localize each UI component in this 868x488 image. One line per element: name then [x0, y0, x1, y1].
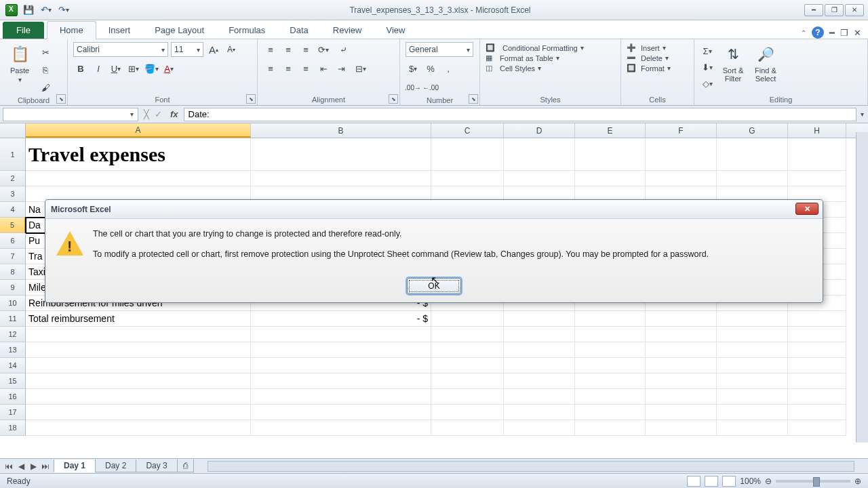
cell[interactable]	[788, 358, 846, 373]
row-header[interactable]: 3	[0, 186, 26, 202]
restore-button[interactable]: ❐	[825, 4, 844, 16]
cell[interactable]: Travel expenses	[26, 138, 251, 171]
cell[interactable]	[26, 405, 251, 420]
cell[interactable]	[251, 405, 431, 420]
cell[interactable]	[251, 420, 431, 436]
page-layout-view-icon[interactable]	[705, 476, 718, 487]
cut-icon[interactable]: ✂	[38, 45, 53, 60]
align-left-icon[interactable]: ≡	[263, 61, 278, 76]
autosum-icon[interactable]: Σ▾	[700, 43, 715, 58]
column-header-D[interactable]: D	[504, 123, 575, 138]
row-header[interactable]: 14	[0, 358, 26, 373]
formula-input[interactable]: Date:	[184, 108, 856, 121]
row-header[interactable]: 13	[0, 342, 26, 358]
cell[interactable]	[717, 342, 788, 358]
sheet-nav-prev-icon[interactable]: ◀	[15, 460, 27, 472]
ok-button[interactable]: OK	[407, 278, 461, 294]
cell[interactable]: - $	[251, 311, 431, 327]
cell[interactable]	[646, 405, 717, 420]
cell[interactable]	[717, 420, 788, 436]
cell[interactable]	[575, 342, 646, 358]
row-header[interactable]: 1	[0, 138, 26, 171]
cell[interactable]	[575, 311, 646, 327]
dialog-title-bar[interactable]: Microsoft Excel ✕	[45, 200, 823, 219]
cell[interactable]	[26, 373, 251, 389]
row-header[interactable]: 15	[0, 373, 26, 389]
cell[interactable]	[717, 311, 788, 327]
zoom-in-icon[interactable]: ⊕	[854, 476, 861, 486]
page-break-view-icon[interactable]	[722, 476, 736, 487]
save-icon[interactable]: 💾	[22, 3, 35, 17]
new-sheet-button[interactable]: ⎙	[177, 460, 194, 472]
cell[interactable]	[431, 358, 504, 373]
column-header-B[interactable]: B	[251, 123, 431, 138]
doc-close-icon[interactable]: ✕	[854, 28, 861, 38]
align-top-icon[interactable]: ≡	[263, 42, 278, 57]
cell[interactable]	[646, 358, 717, 373]
row-header[interactable]: 16	[0, 389, 26, 405]
column-header-G[interactable]: G	[717, 123, 788, 138]
cell[interactable]	[646, 138, 717, 171]
wrap-text-icon[interactable]: ⤶	[334, 42, 353, 57]
column-header-C[interactable]: C	[431, 123, 504, 138]
cell[interactable]	[251, 138, 431, 171]
sheet-tab[interactable]: Day 3	[136, 460, 177, 472]
cell-styles-button[interactable]: ◫ Cell Styles▾	[486, 64, 541, 73]
sort-filter-button[interactable]: ⇅ Sort & Filter	[719, 42, 747, 84]
shrink-font-icon[interactable]: A▾	[224, 42, 239, 57]
cell[interactable]	[575, 171, 646, 186]
cell[interactable]	[431, 389, 504, 405]
cell[interactable]	[431, 311, 504, 327]
redo-icon[interactable]: ↷▾	[57, 3, 71, 17]
italic-button[interactable]: I	[91, 61, 106, 76]
normal-view-icon[interactable]	[687, 476, 701, 487]
file-tab[interactable]: File	[3, 22, 44, 39]
fill-icon[interactable]: ⬇▾	[700, 60, 715, 75]
row-header[interactable]: 9	[0, 280, 26, 296]
conditional-formatting-button[interactable]: 🔲 Conditional Formatting▾	[486, 43, 584, 52]
cell[interactable]	[788, 405, 846, 420]
cell[interactable]	[26, 389, 251, 405]
cell[interactable]	[504, 405, 575, 420]
column-header-E[interactable]: E	[575, 123, 646, 138]
cell[interactable]	[575, 327, 646, 342]
font-launcher[interactable]: ⬊	[246, 94, 256, 104]
find-select-button[interactable]: 🔎 Find & Select	[751, 42, 780, 84]
cell[interactable]	[251, 389, 431, 405]
clipboard-launcher[interactable]: ⬊	[56, 94, 66, 104]
enter-formula-icon[interactable]: ✓	[152, 109, 165, 119]
cell[interactable]	[717, 327, 788, 342]
cell[interactable]	[431, 327, 504, 342]
cell[interactable]	[431, 420, 504, 436]
cell[interactable]	[504, 327, 575, 342]
bold-button[interactable]: B	[73, 61, 88, 76]
cell[interactable]	[788, 327, 846, 342]
doc-minimize-icon[interactable]: ━	[829, 28, 835, 38]
increase-indent-icon[interactable]: ⇥	[334, 61, 349, 76]
cell[interactable]	[26, 327, 251, 342]
cell[interactable]	[251, 171, 431, 186]
increase-decimal-icon[interactable]: .00→	[406, 80, 420, 95]
undo-icon[interactable]: ↶▾	[39, 3, 53, 17]
cell[interactable]	[431, 373, 504, 389]
cell[interactable]	[431, 342, 504, 358]
column-header-F[interactable]: F	[646, 123, 717, 138]
cell[interactable]	[504, 358, 575, 373]
minimize-ribbon-icon[interactable]: ⌃	[801, 29, 806, 37]
cell[interactable]	[504, 311, 575, 327]
tab-page-layout[interactable]: Page Layout	[142, 22, 216, 39]
decrease-indent-icon[interactable]: ⇤	[316, 61, 331, 76]
borders-button[interactable]: ⊞▾	[126, 61, 141, 76]
delete-cells-button[interactable]: ➖ Delete▾	[627, 54, 669, 62]
cell[interactable]	[788, 420, 846, 436]
cell[interactable]: Total reimbursement	[26, 311, 251, 327]
copy-icon[interactable]: ⎘	[38, 62, 53, 77]
cell[interactable]	[251, 373, 431, 389]
cell[interactable]	[26, 342, 251, 358]
tab-view[interactable]: View	[374, 22, 417, 39]
row-header[interactable]: 11	[0, 311, 26, 327]
row-header[interactable]: 18	[0, 420, 26, 436]
clear-icon[interactable]: ◇▾	[700, 76, 715, 91]
comma-icon[interactable]: ,	[441, 61, 456, 76]
cell[interactable]	[717, 389, 788, 405]
